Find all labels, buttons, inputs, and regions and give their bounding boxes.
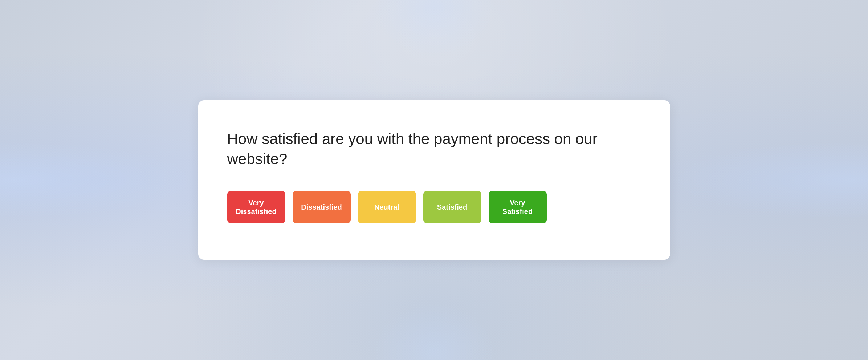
survey-question: How satisfied are you with the payment p… (227, 129, 641, 169)
survey-card: How satisfied are you with the payment p… (198, 100, 670, 260)
options-container: VeryDissatisfied Dissatisfied Neutral Sa… (227, 191, 641, 223)
option-satisfied[interactable]: Satisfied (423, 191, 481, 223)
option-neutral[interactable]: Neutral (358, 191, 416, 223)
option-dissatisfied[interactable]: Dissatisfied (293, 191, 351, 223)
option-very-dissatisfied[interactable]: VeryDissatisfied (227, 191, 285, 223)
option-very-satisfied[interactable]: VerySatisfied (489, 191, 547, 223)
